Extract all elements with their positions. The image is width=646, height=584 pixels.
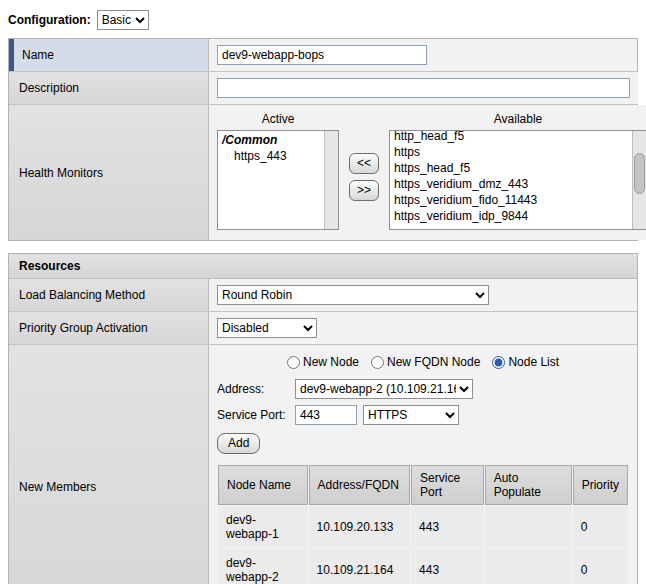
load-balancing-select[interactable]: Round Robin — [217, 285, 489, 305]
table-row[interactable]: dev9-webapp-1 10.109.20.133 443 0 — [218, 506, 628, 548]
priority-group-select[interactable]: Disabled — [217, 318, 317, 338]
address-line: Address: dev9-webapp-2 (10.109.21.164) — [217, 379, 629, 399]
load-balancing-label-cell: Load Balancing Method — [9, 279, 209, 311]
new-node-radio[interactable] — [287, 356, 300, 369]
active-monitors-list: /Common https_443 — [218, 131, 324, 229]
column-header-priority: Priority — [573, 465, 628, 505]
member-address: 10.109.21.164 — [309, 549, 411, 584]
table-row[interactable]: dev9-webapp-2 10.109.21.164 443 0 — [218, 549, 628, 584]
monitor-move-buttons: << >> — [349, 153, 379, 201]
radio-new-node[interactable]: New Node — [287, 355, 359, 369]
priority-group-label-cell: Priority Group Activation — [9, 312, 209, 344]
available-monitor-item[interactable]: https_veridium_idp_9844 — [390, 208, 632, 224]
service-port-input[interactable] — [295, 405, 357, 425]
resources-title: Resources — [19, 259, 80, 273]
name-row: Name — [9, 39, 637, 72]
node-list-radio-label: Node List — [508, 355, 559, 369]
description-label: Description — [19, 81, 79, 95]
configuration-row: Configuration: Basic — [8, 8, 638, 38]
member-priority: 0 — [573, 506, 628, 548]
member-address: 10.109.20.133 — [309, 506, 411, 548]
name-content-cell — [209, 39, 637, 71]
radio-node-list[interactable]: Node List — [492, 355, 559, 369]
member-service-port: 443 — [411, 506, 484, 548]
scrollbar-thumb[interactable] — [634, 153, 645, 194]
name-input[interactable] — [217, 45, 427, 65]
new-members-label-cell: New Members — [9, 345, 209, 584]
active-monitors-listbox[interactable]: /Common https_443 — [217, 130, 339, 230]
available-list-scrollbar[interactable] — [632, 131, 646, 229]
address-select[interactable]: dev9-webapp-2 (10.109.21.164) — [295, 379, 473, 399]
available-monitors-column: Available http_head_f5 https https_head_… — [389, 109, 646, 230]
member-priority: 0 — [573, 549, 628, 584]
active-partition-group: /Common — [218, 132, 324, 148]
general-properties-table: Name Description Health Monitors Active — [8, 38, 638, 241]
member-node-name: dev9-webapp-2 — [218, 549, 308, 584]
description-input[interactable] — [217, 78, 630, 98]
service-type-select[interactable]: HTTPS — [363, 405, 459, 425]
name-label-cell: Name — [9, 39, 209, 71]
node-type-radio-group: New Node New FQDN Node Node List — [287, 355, 629, 369]
health-monitors-label-cell: Health Monitors — [9, 105, 209, 240]
service-port-line: Service Port: HTTPS — [217, 405, 629, 425]
member-auto-populate — [485, 549, 572, 584]
priority-group-content-cell: Disabled — [209, 312, 637, 344]
node-list-radio[interactable] — [492, 356, 505, 369]
move-right-button[interactable]: >> — [349, 180, 379, 201]
health-monitors-row: Health Monitors Active /Common https_443… — [9, 105, 637, 241]
available-monitor-item[interactable]: https — [390, 144, 632, 160]
new-fqdn-node-radio-label: New FQDN Node — [387, 355, 480, 369]
active-title: Active — [217, 109, 339, 130]
column-header-node-name: Node Name — [218, 465, 308, 505]
column-header-service-port: Service Port — [411, 465, 484, 505]
radio-new-fqdn-node[interactable]: New FQDN Node — [371, 355, 480, 369]
health-monitors-content-cell: Active /Common https_443 << >> Available — [209, 105, 646, 240]
description-row: Description — [9, 72, 637, 105]
add-button-row: Add — [217, 433, 629, 454]
name-label: Name — [22, 48, 54, 62]
move-left-button[interactable]: << — [349, 153, 379, 174]
add-button[interactable]: Add — [217, 433, 260, 454]
available-monitor-item[interactable]: https_head_f5 — [390, 160, 632, 176]
members-table: Node Name Address/FQDN Service Port Auto… — [217, 464, 629, 584]
priority-group-row: Priority Group Activation Disabled — [9, 312, 637, 345]
load-balancing-content-cell: Round Robin — [209, 279, 637, 311]
new-members-label: New Members — [19, 480, 96, 494]
column-header-address-fqdn: Address/FQDN — [309, 465, 411, 505]
active-list-scrollbar[interactable] — [324, 131, 338, 229]
health-monitors-label: Health Monitors — [19, 166, 103, 180]
new-members-row: New Members New Node New FQDN Node Node … — [9, 345, 637, 584]
member-auto-populate — [485, 506, 572, 548]
configuration-select[interactable]: Basic — [97, 10, 149, 30]
resources-header: Resources — [9, 254, 637, 279]
description-label-cell: Description — [9, 72, 209, 104]
new-fqdn-node-radio[interactable] — [371, 356, 384, 369]
members-table-header-row: Node Name Address/FQDN Service Port Auto… — [218, 465, 628, 505]
load-balancing-label: Load Balancing Method — [19, 288, 145, 302]
address-label: Address: — [217, 382, 289, 396]
new-members-content-cell: New Node New FQDN Node Node List Address… — [209, 345, 637, 584]
available-title: Available — [389, 109, 646, 130]
new-node-radio-label: New Node — [303, 355, 359, 369]
available-monitor-item[interactable]: https_veridium_fido_11443 — [390, 192, 632, 208]
priority-group-label: Priority Group Activation — [19, 321, 148, 335]
column-header-auto-populate: Auto Populate — [485, 465, 572, 505]
pool-configuration-page: Configuration: Basic Name Description He… — [0, 0, 646, 584]
available-monitor-item[interactable]: https_veridium_dmz_443 — [390, 176, 632, 192]
service-port-label: Service Port: — [217, 408, 289, 422]
configuration-label: Configuration: — [8, 13, 91, 27]
resources-section: Resources Load Balancing Method Round Ro… — [8, 253, 638, 584]
section-gap — [8, 241, 638, 253]
active-monitors-column: Active /Common https_443 — [217, 109, 339, 230]
active-monitor-item[interactable]: https_443 — [218, 148, 324, 164]
available-monitors-listbox[interactable]: http_head_f5 https https_head_f5 https_v… — [389, 130, 646, 230]
available-monitors-list: http_head_f5 https https_head_f5 https_v… — [390, 130, 632, 229]
load-balancing-row: Load Balancing Method Round Robin — [9, 279, 637, 312]
description-content-cell — [209, 72, 638, 104]
available-monitor-item[interactable]: http_head_f5 — [390, 130, 632, 144]
member-node-name: dev9-webapp-1 — [218, 506, 308, 548]
member-service-port: 443 — [411, 549, 484, 584]
